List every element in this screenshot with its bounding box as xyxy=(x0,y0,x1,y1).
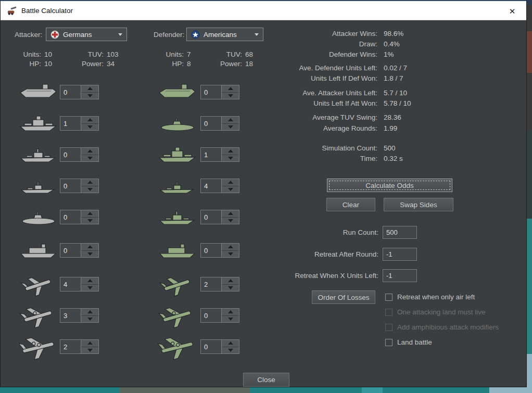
spin-down-button[interactable] xyxy=(81,186,98,193)
arrow-down-icon xyxy=(87,318,93,321)
attacker-destroyer-count-input[interactable] xyxy=(60,179,81,193)
spin-up-button[interactable] xyxy=(222,244,239,250)
spin-up-button[interactable] xyxy=(222,340,239,347)
retreat-after-round-input[interactable] xyxy=(383,248,417,261)
attacker-destroyer-icon xyxy=(19,173,58,199)
arrow-down-icon xyxy=(87,157,93,160)
clear-button[interactable]: Clear xyxy=(326,198,375,211)
result-row: Time:0.32 s xyxy=(259,155,477,162)
spin-up-button[interactable] xyxy=(222,210,239,217)
defender-select[interactable]: Americans xyxy=(186,28,263,41)
battle-calculator-window: Battle Calculator ✕ Attacker: Germans Un… xyxy=(0,0,532,393)
americans-flag-icon xyxy=(191,30,200,39)
arrow-up-icon xyxy=(87,118,93,121)
close-button[interactable]: Close xyxy=(243,373,289,387)
attacker-submarine-count-input[interactable] xyxy=(60,210,81,224)
order-of-losses-button[interactable]: Order Of Losses xyxy=(312,290,375,304)
attacker-cruiser-count-input[interactable] xyxy=(60,147,81,162)
defender-transport-count-input[interactable] xyxy=(200,243,222,258)
spin-up-button[interactable] xyxy=(222,148,239,155)
checkbox-label: Land battle xyxy=(397,338,432,346)
spin-up-button[interactable] xyxy=(81,309,98,315)
attacker-bomber-count-input[interactable] xyxy=(60,339,81,354)
run-count-input[interactable] xyxy=(383,226,417,239)
spin-up-button[interactable] xyxy=(222,117,239,123)
attacker-battleship-count-input[interactable] xyxy=(60,116,81,131)
spin-down-button[interactable] xyxy=(222,186,239,193)
stat-value: 18 xyxy=(245,60,253,68)
spin-up-button[interactable] xyxy=(81,244,98,250)
spin-down-button[interactable] xyxy=(81,123,98,131)
attacker-fighter-count-input[interactable] xyxy=(60,277,81,291)
spin-up-button[interactable] xyxy=(222,309,239,315)
close-window-button[interactable]: ✕ xyxy=(506,6,518,17)
result-label: Attacker Wins: xyxy=(259,30,377,37)
spin-up-button[interactable] xyxy=(222,277,239,284)
attacker-carrier-count-input[interactable] xyxy=(60,85,81,99)
spin-up-button[interactable] xyxy=(81,148,98,155)
spin-down-button[interactable] xyxy=(222,347,239,354)
retreat-only-air-left-checkbox[interactable] xyxy=(385,294,392,301)
retreat-when-x-units-left-input[interactable] xyxy=(383,269,417,282)
spin-down-button[interactable] xyxy=(222,315,239,323)
spin-up-button[interactable] xyxy=(222,85,239,92)
result-row: Ave. Defender Units Left:0.02 / 7 xyxy=(259,64,477,72)
stat-value: 7 xyxy=(187,50,191,58)
defender-bomber-count-input[interactable] xyxy=(200,339,222,354)
attacker-select[interactable]: Germans xyxy=(46,28,127,41)
arrow-up-icon xyxy=(228,118,233,121)
defender-carrier-spinner xyxy=(200,85,240,99)
attacker-tactical-bomber-count-input[interactable] xyxy=(60,308,81,323)
spin-down-button[interactable] xyxy=(222,123,239,131)
map-terrain-segment xyxy=(527,31,532,73)
calculate-odds-button[interactable]: Calculate Odds xyxy=(327,179,452,192)
retreat-when-x-units-left-setting: Retreat When X Units Left: xyxy=(260,269,417,282)
spin-down-button[interactable] xyxy=(81,92,98,99)
defender-destroyer-count-input[interactable] xyxy=(200,179,222,193)
defender-cruiser-count-input[interactable] xyxy=(200,210,222,224)
spin-up-button[interactable] xyxy=(81,117,98,123)
spin-down-button[interactable] xyxy=(222,155,239,162)
spin-down-button[interactable] xyxy=(81,284,98,291)
land-battle-option[interactable]: Land battle xyxy=(385,338,432,346)
stat-value: 10 xyxy=(44,60,52,68)
attacker-transport-count-input[interactable] xyxy=(60,243,81,258)
arrow-up-icon xyxy=(228,212,233,215)
arrow-down-icon xyxy=(87,125,93,129)
map-terrain-segment xyxy=(527,5,532,31)
spin-up-button[interactable] xyxy=(81,85,98,92)
spin-down-button[interactable] xyxy=(81,155,98,162)
land-battle-checkbox[interactable] xyxy=(385,339,392,346)
spin-up-button[interactable] xyxy=(222,179,239,186)
defender-fighter-count-input[interactable] xyxy=(200,277,222,291)
defender-battleship-count-input[interactable] xyxy=(200,147,222,162)
attacker-submarine-icon xyxy=(19,204,58,230)
retreat-only-air-left-option[interactable]: Retreat when only air left xyxy=(385,293,475,301)
spin-up-button[interactable] xyxy=(81,210,98,217)
swap-sides-button[interactable]: Swap Sides xyxy=(384,198,453,211)
arrow-up-icon xyxy=(87,149,93,153)
defender-fighter-icon xyxy=(158,271,197,297)
one-attacking-land-must-live-checkbox xyxy=(385,309,392,316)
defender-tactical-bomber-count-input[interactable] xyxy=(200,308,222,323)
spin-down-button[interactable] xyxy=(81,217,98,224)
stat-value: 8 xyxy=(187,60,191,68)
spin-up-button[interactable] xyxy=(81,277,98,284)
spin-up-button[interactable] xyxy=(81,179,98,186)
map-terrain-segment xyxy=(250,387,362,393)
result-label: Draw: xyxy=(259,40,377,48)
spin-down-button[interactable] xyxy=(222,250,239,258)
map-terrain-segment xyxy=(0,387,120,393)
result-value: 0.02 / 7 xyxy=(384,64,407,72)
spin-down-button[interactable] xyxy=(81,250,98,258)
spin-down-button[interactable] xyxy=(222,92,239,99)
spin-down-button[interactable] xyxy=(222,217,239,224)
spin-down-button[interactable] xyxy=(81,315,98,323)
spin-down-button[interactable] xyxy=(222,284,239,291)
spin-down-button[interactable] xyxy=(81,347,98,354)
defender-carrier-count-input[interactable] xyxy=(200,85,222,99)
spin-up-button[interactable] xyxy=(81,340,98,347)
result-label: Defender Wins: xyxy=(259,50,377,58)
defender-submarine-count-input[interactable] xyxy=(200,116,222,131)
map-terrain-segment xyxy=(527,219,532,354)
